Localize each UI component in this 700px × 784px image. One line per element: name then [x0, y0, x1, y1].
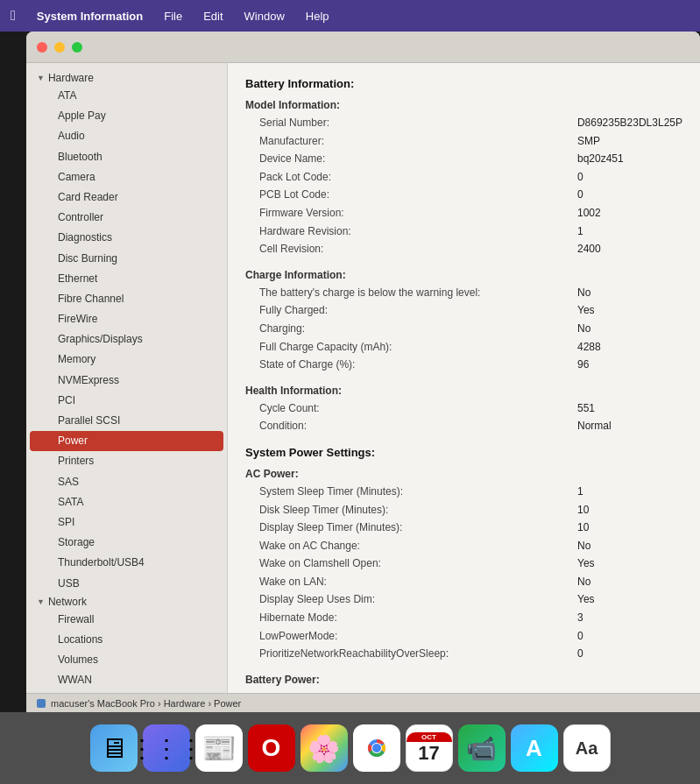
condition-row: Condition: Normal	[245, 417, 682, 435]
sidebar-item-sas[interactable]: SAS	[30, 472, 223, 492]
sidebar-item-camera[interactable]: Camera	[30, 167, 223, 187]
sidebar-network-header[interactable]: ▼ Network	[26, 594, 227, 610]
ac-disk-sleep-row: Disk Sleep Timer (Minutes): 10	[245, 501, 682, 519]
ac-wake-clamshell-row: Wake on Clamshell Open: Yes	[245, 554, 682, 573]
dock-chrome[interactable]	[353, 724, 400, 772]
sidebar-item-sata[interactable]: SATA	[30, 492, 223, 512]
battery-power-label: Battery Power:	[245, 674, 682, 686]
window-menu[interactable]: Window	[241, 8, 288, 25]
ac-display-dim-row: Display Sleep Uses Dim: Yes	[245, 590, 682, 609]
sidebar-item-printers[interactable]: Printers	[30, 451, 223, 471]
edit-menu[interactable]: Edit	[200, 8, 226, 25]
model-info-group: Model Information: Serial Number: D86923…	[245, 99, 682, 258]
dock-calendar[interactable]: OCT 17	[406, 724, 453, 772]
sidebar-item-ethernet[interactable]: Ethernet	[30, 269, 223, 289]
ac-power-group: AC Power: System Sleep Timer (Minutes): …	[245, 468, 682, 663]
hardware-rev-row: Hardware Revision: 1	[245, 222, 682, 241]
sidebar-item-thunderbolt[interactable]: Thunderbolt/USB4	[30, 553, 223, 573]
status-dot	[37, 699, 46, 708]
sidebar-item-controller[interactable]: Controller	[30, 208, 223, 228]
sidebar-item-pci[interactable]: PCI	[30, 391, 223, 411]
sidebar-item-bluetooth[interactable]: Bluetooth	[30, 147, 223, 167]
sidebar: ▼ Hardware ATA Apple Pay Audio Bluetooth…	[26, 63, 228, 693]
health-info-group: Health Information: Cycle Count: 551 Con…	[245, 385, 682, 435]
sidebar-item-parallelscsi[interactable]: Parallel SCSI	[30, 411, 223, 431]
dock-font[interactable]: Aa	[563, 724, 611, 772]
minimize-button[interactable]	[54, 42, 65, 53]
charging-row: Charging: No	[245, 320, 682, 338]
state-of-charge-row: State of Charge (%): 96	[245, 356, 682, 374]
dock: 🖥 ⋮⋮⋮ 📰 O 🌸 OCT 17 📹 A Aa	[0, 712, 700, 784]
sidebar-hardware-header[interactable]: ▼ Hardware	[26, 70, 227, 86]
sidebar-item-memory[interactable]: Memory	[30, 350, 223, 370]
apple-menu[interactable]: 	[11, 8, 16, 24]
model-info-label: Model Information:	[245, 99, 682, 111]
sidebar-item-cardreader[interactable]: Card Reader	[30, 187, 223, 208]
zoom-button[interactable]	[72, 42, 82, 53]
health-info-label: Health Information:	[245, 385, 682, 397]
below-warning-row: The battery's charge is below the warnin…	[245, 284, 682, 302]
device-name-row: Device Name: bq20z451	[245, 150, 682, 168]
sidebar-item-power[interactable]: Power	[30, 431, 223, 451]
ac-wake-lan-row: Wake on LAN: No	[245, 573, 682, 591]
sidebar-item-discburning[interactable]: Disc Burning	[30, 249, 223, 269]
system-power-title: System Power Settings:	[245, 446, 682, 459]
battery-power-group: Battery Power: System Sleep Timer (Minut…	[245, 674, 682, 693]
cell-rev-row: Cell Revision: 2400	[245, 240, 682, 258]
sidebar-item-audio[interactable]: Audio	[30, 126, 223, 146]
sidebar-item-usb[interactable]: USB	[30, 574, 223, 594]
ac-wake-ac-row: Wake on AC Change: No	[245, 537, 682, 555]
sidebar-item-locations[interactable]: Locations	[30, 630, 223, 650]
ac-hibernate-row: Hibernate Mode: 3	[245, 609, 682, 627]
pack-lot-row: Pack Lot Code: 0	[245, 168, 682, 187]
pcb-lot-row: PCB Lot Code: 0	[245, 186, 682, 204]
content-area: ▼ Hardware ATA Apple Pay Audio Bluetooth…	[26, 63, 700, 693]
breadcrumb: macuser's MacBook Pro › Hardware › Power	[51, 698, 241, 709]
battery-info-title: Battery Information:	[245, 77, 682, 90]
sidebar-item-nvmexpress[interactable]: NVMExpress	[30, 371, 223, 391]
file-menu[interactable]: File	[160, 8, 186, 25]
status-bar: macuser's MacBook Pro › Hardware › Power	[26, 693, 700, 712]
cycle-count-row: Cycle Count: 551	[245, 399, 682, 418]
sidebar-item-wwan[interactable]: WWAN	[30, 670, 223, 690]
menu-bar:  System Information File Edit Window He…	[0, 0, 700, 32]
dock-facetime[interactable]: 📹	[458, 724, 506, 772]
ac-power-label: AC Power:	[245, 468, 682, 480]
ac-lowpower-row: LowPowerMode: 0	[245, 627, 682, 646]
close-button[interactable]	[37, 42, 47, 53]
ac-prioritize-row: PrioritizeNetworkReachabilityOverSleep: …	[245, 645, 682, 663]
ac-display-sleep-row: Display Sleep Timer (Minutes): 10	[245, 519, 682, 537]
app-name[interactable]: System Information	[33, 8, 146, 25]
sidebar-item-firewall[interactable]: Firewall	[30, 610, 223, 630]
serial-number-row: Serial Number: D869235B23DL3L25P	[245, 114, 682, 132]
full-charge-row: Full Charge Capacity (mAh): 4288	[245, 338, 682, 357]
dock-photos[interactable]: 🌸	[301, 724, 348, 772]
dock-news[interactable]: 📰	[195, 724, 243, 772]
sidebar-item-diagnostics[interactable]: Diagnostics	[30, 228, 223, 248]
help-menu[interactable]: Help	[302, 8, 333, 25]
sidebar-item-applepay[interactable]: Apple Pay	[30, 106, 223, 126]
title-bar	[26, 32, 700, 63]
fully-charged-row: Fully Charged: Yes	[245, 301, 682, 320]
dock-opera[interactable]: O	[248, 724, 295, 772]
main-window: ▼ Hardware ATA Apple Pay Audio Bluetooth…	[26, 32, 700, 712]
detail-pane: Battery Information: Model Information: …	[228, 63, 700, 693]
sidebar-item-spi[interactable]: SPI	[30, 512, 223, 533]
ac-system-sleep-row: System Sleep Timer (Minutes): 1	[245, 483, 682, 501]
charge-info-label: Charge Information:	[245, 269, 682, 281]
chevron-down-icon: ▼	[37, 597, 45, 606]
sidebar-item-firewire[interactable]: FireWire	[30, 309, 223, 329]
sidebar-item-storage[interactable]: Storage	[30, 533, 223, 553]
svg-point-3	[372, 744, 381, 752]
dock-launchpad[interactable]: ⋮⋮⋮	[143, 724, 190, 772]
manufacturer-row: Manufacturer: SMP	[245, 132, 682, 151]
firmware-row: Firmware Version: 1002	[245, 204, 682, 222]
charge-info-group: Charge Information: The battery's charge…	[245, 269, 682, 374]
sidebar-item-volumes[interactable]: Volumes	[30, 650, 223, 670]
sidebar-item-fibrechannel[interactable]: Fibre Channel	[30, 289, 223, 309]
sidebar-item-graphicsdisplays[interactable]: Graphics/Displays	[30, 329, 223, 350]
dock-appstore[interactable]: A	[511, 724, 558, 772]
chevron-down-icon: ▼	[37, 74, 45, 82]
sidebar-item-ata[interactable]: ATA	[30, 86, 223, 106]
